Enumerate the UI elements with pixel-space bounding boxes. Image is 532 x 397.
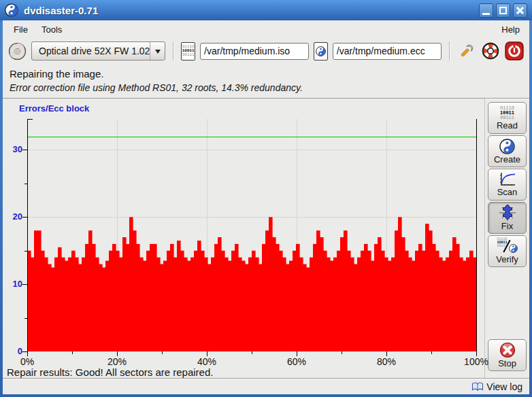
y-tick bbox=[22, 284, 28, 285]
drive-disc-icon[interactable] bbox=[8, 41, 27, 61]
x-tick-label: 100% bbox=[457, 357, 495, 367]
binary-line: 00111 bbox=[500, 115, 514, 120]
x-tick-label: 20% bbox=[98, 357, 136, 367]
maximize-button[interactable] bbox=[496, 3, 510, 18]
x-minor-tick bbox=[342, 351, 342, 354]
status-primary-text: Repairing the image. bbox=[10, 68, 522, 80]
verify-icon: 01110 10011 00111 bbox=[497, 238, 518, 254]
status-secondary-text: Error correction file using Method RS01,… bbox=[10, 82, 522, 93]
read-button-label: Read bbox=[497, 121, 518, 131]
y-minor-tick bbox=[24, 184, 28, 184]
x-tick-label: 40% bbox=[188, 357, 226, 367]
fix-button-label: Fix bbox=[501, 222, 513, 231]
x-tick-label: 60% bbox=[278, 357, 316, 367]
x-minor-tick bbox=[162, 351, 163, 354]
minimize-button[interactable] bbox=[479, 3, 493, 18]
error-histogram-bars bbox=[27, 119, 476, 351]
menu-file[interactable]: File bbox=[7, 22, 35, 37]
yinyang-icon bbox=[509, 244, 518, 255]
dropdown-arrow-box[interactable] bbox=[150, 42, 165, 60]
scan-button-label: Scan bbox=[497, 188, 518, 197]
scan-curve-icon bbox=[499, 172, 516, 187]
minimize-icon bbox=[482, 13, 490, 15]
toolbar-separator bbox=[449, 41, 450, 61]
y-tick-label: 10 bbox=[4, 279, 22, 289]
app-yinyang-icon bbox=[5, 3, 18, 17]
read-button[interactable]: 01110 10011 00111 Read bbox=[488, 102, 527, 134]
help-lifebuoy-icon[interactable] bbox=[481, 41, 500, 61]
y-axis-line bbox=[27, 119, 28, 351]
scan-button[interactable]: Scan bbox=[488, 169, 527, 201]
toolbar: Optical drive 52X FW 1.02 01110 10011 00… bbox=[3, 38, 529, 64]
y-tick-label: 30 bbox=[4, 145, 22, 154]
stop-button-label: Stop bbox=[498, 359, 516, 368]
y-minor-tick bbox=[24, 318, 28, 319]
chevron-down-icon bbox=[155, 50, 161, 56]
create-button-label: Create bbox=[494, 155, 520, 165]
yinyang-icon bbox=[499, 139, 515, 154]
log-book-icon bbox=[471, 381, 484, 392]
errors-chart: Errors/Ecc block Repair results: Good! A… bbox=[3, 99, 484, 378]
quit-power-icon[interactable] bbox=[505, 41, 524, 61]
menu-help[interactable]: Help bbox=[496, 22, 525, 37]
x-tick bbox=[117, 351, 118, 356]
y-axis-top-cap bbox=[27, 119, 33, 120]
verify-button[interactable]: 01110 10011 00111 bbox=[488, 235, 527, 267]
image-file-icon: 01110 10011 00111 bbox=[181, 42, 195, 61]
read-binary-icon: 01110 10011 00111 bbox=[500, 106, 514, 120]
fix-puzzle-icon bbox=[499, 205, 516, 221]
roots-threshold-line bbox=[27, 137, 476, 137]
window-title: dvdisaster-0.71 bbox=[24, 5, 479, 16]
y-tick bbox=[22, 217, 28, 218]
x-tick-label: 80% bbox=[367, 357, 405, 367]
drive-select-dropdown[interactable]: Optical drive 52X FW 1.02 bbox=[31, 41, 165, 61]
x-tick bbox=[207, 351, 207, 356]
image-file-input[interactable] bbox=[200, 43, 309, 60]
repair-result-text: Repair results: Good! All sectors are re… bbox=[7, 366, 213, 378]
fix-button[interactable]: Fix bbox=[488, 202, 527, 234]
verify-button-label: Verify bbox=[496, 255, 518, 264]
y-tick-label: 0 bbox=[4, 347, 22, 356]
y-tick bbox=[22, 150, 28, 150]
x-tick bbox=[386, 351, 387, 356]
stop-icon bbox=[499, 342, 516, 358]
x-tick-label: 0% bbox=[8, 357, 46, 367]
drive-select-value: Optical drive 52X FW 1.02 bbox=[32, 46, 150, 56]
menu-tools[interactable]: Tools bbox=[35, 22, 69, 37]
x-tick bbox=[476, 351, 477, 356]
preferences-wrench-icon[interactable] bbox=[457, 41, 476, 61]
ecc-file-input[interactable] bbox=[333, 43, 442, 60]
x-minor-tick bbox=[252, 351, 252, 354]
x-minor-tick bbox=[431, 351, 432, 354]
window-controls bbox=[479, 3, 527, 18]
close-button[interactable] bbox=[513, 3, 527, 18]
window-content: File Tools Help Optical drive 52X FW 1.0… bbox=[3, 20, 529, 394]
app-window: dvdisaster-0.71 File Tools Help bbox=[0, 0, 532, 397]
footer-bar: View log bbox=[3, 378, 529, 394]
view-log-label: View log bbox=[486, 381, 522, 392]
plot-right-border bbox=[476, 119, 477, 351]
y-tick-label: 20 bbox=[4, 212, 22, 222]
x-minor-tick bbox=[72, 351, 73, 354]
ecc-file-icon bbox=[314, 42, 328, 61]
status-area: Repairing the image. Error correction fi… bbox=[3, 64, 529, 99]
menubar: File Tools Help bbox=[3, 20, 529, 38]
main-area: Errors/Ecc block Repair results: Good! A… bbox=[3, 99, 529, 378]
maximize-icon bbox=[499, 7, 507, 14]
create-button[interactable]: Create bbox=[488, 135, 527, 167]
titlebar[interactable]: dvdisaster-0.71 bbox=[0, 0, 532, 20]
binary-line: 00111 bbox=[182, 52, 195, 57]
toolbar-separator bbox=[173, 41, 173, 61]
y-minor-tick bbox=[24, 251, 28, 252]
x-tick bbox=[297, 351, 297, 356]
view-log-button[interactable]: View log bbox=[471, 381, 522, 392]
action-sidebar: 01110 10011 00111 Read Create bbox=[484, 99, 529, 378]
chart-title: Errors/Ecc block bbox=[19, 103, 89, 114]
x-tick bbox=[27, 351, 28, 356]
